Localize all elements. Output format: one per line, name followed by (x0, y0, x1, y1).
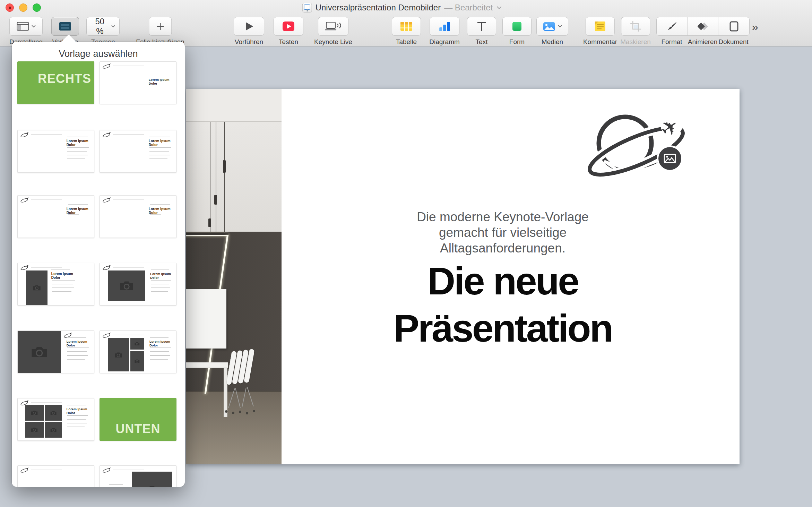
thumb-heading: Lorem Ipsum Dolor (149, 78, 172, 85)
text-label: Text (476, 38, 488, 46)
chart-label: Diagramm (429, 38, 460, 46)
animate-diamond-icon (698, 23, 708, 30)
template-thumb-nur-überschrift-rechts-mittig[interactable]: Lorem Ipsum Dolor (100, 61, 176, 104)
slide-subtitle[interactable]: Die moderne Keynote-Vorlage gemacht für … (312, 209, 693, 256)
template-thumb-überschrift-bullets-2[interactable]: Lorem Ipsum Dolor (100, 130, 176, 173)
mini-logo-icon (102, 333, 111, 338)
shape-button[interactable] (502, 17, 532, 36)
view-layout-icon (16, 22, 29, 31)
chart-icon (439, 21, 450, 32)
document-icon (729, 21, 739, 32)
thumb-heading: Lorem Ipsum Dolor (67, 340, 91, 347)
toolbar-overflow-button[interactable]: » (752, 20, 757, 34)
keynote-app-icon (302, 3, 312, 12)
toolbar-item-vorfuehren: Vorführen (234, 15, 264, 46)
toolbar-item-tabelle: Tabelle (392, 15, 421, 46)
thumb-heading: Lorem Ipsum Dolor (150, 272, 173, 280)
keynote-live-icon (325, 21, 341, 32)
mask-button[interactable] (621, 17, 650, 36)
template-thumb-blank[interactable] (17, 465, 94, 487)
template-thumb-überschrift-bullets-3-bilder[interactable]: Lorem Ipsum Dolor (100, 330, 176, 373)
keynote-live-button[interactable] (318, 17, 348, 36)
rehearse-button[interactable] (274, 17, 303, 36)
template-thumb-blank[interactable] (100, 465, 176, 487)
view-button[interactable] (9, 17, 43, 36)
template-thumb-überschrift-text[interactable]: Lorem Ipsum Dolor (17, 195, 94, 238)
text-button[interactable] (467, 17, 496, 36)
image-placeholder (18, 331, 61, 373)
pendant-light (223, 160, 226, 173)
chevron-down-icon (111, 25, 115, 28)
thumb-heading: Lorem Ipsum Dolor (149, 139, 174, 147)
image-placeholder (45, 405, 62, 421)
shape-label: Form (509, 38, 525, 46)
template-thumb-unten[interactable]: UNTEN (100, 398, 176, 441)
photo-ceiling (186, 89, 282, 121)
travel-logo-image[interactable]: ✈ (584, 110, 695, 183)
play-label: Vorführen (235, 38, 263, 46)
rehearse-icon (282, 21, 295, 32)
keynote-live-label: Keynote Live (314, 38, 352, 46)
image-placeholder (132, 472, 172, 487)
toolbar-item-kommentar: Kommentar (583, 15, 617, 46)
chart-button[interactable] (430, 17, 459, 36)
table-button[interactable] (392, 17, 421, 36)
thumb-heading: Lorem Ipsum Dolor (67, 207, 92, 215)
template-thumb-überschrift-bullets-bild-2[interactable]: Lorem Ipsum Dolor (100, 263, 176, 306)
template-thumb-überschrift-bullets-4-bilder[interactable]: Lorem Ipsum Dolor (17, 398, 94, 441)
format-brush-icon (667, 21, 677, 32)
thumb-heading: Lorem Ipsum Dolor (149, 340, 173, 347)
mini-logo-icon (102, 132, 111, 138)
template-thumb-überschrift-bullets-bild-3[interactable]: Lorem Ipsum Dolor (17, 330, 94, 373)
mini-logo-icon (20, 265, 29, 270)
toolbar-item-keynote-live: Keynote Live (314, 15, 352, 46)
image-placeholder (130, 338, 144, 350)
image-placeholder (45, 422, 62, 438)
thumb-heading: Lorem Ipsum Dolor (51, 272, 77, 280)
template-thumb-überschrift-bullets-bild-1[interactable]: Lorem Ipsum Dolor (17, 263, 94, 306)
close-button[interactable] (6, 3, 14, 12)
fullscreen-button[interactable] (33, 3, 41, 12)
toolbar-item-diagramm: Diagramm (429, 15, 460, 46)
pendant-light (208, 218, 211, 227)
format-button[interactable] (657, 17, 688, 35)
toolbar-item-folie: Folie hinzufügen (136, 15, 184, 46)
traffic-lights (6, 3, 41, 12)
title-chevron-down-icon[interactable] (496, 6, 502, 9)
template-thumb-überschrift-bullets-1[interactable]: Lorem Ipsum Dolor (17, 130, 94, 173)
template-popover: Vorlage auswählen RECHTSLorem Ipsum Dolo… (12, 42, 185, 487)
template-thumb-überschrift-text-2[interactable]: Lorem Ipsum Dolor (100, 195, 176, 238)
zoom-button[interactable]: 50 % (86, 17, 120, 36)
templates-button[interactable] (51, 17, 79, 36)
photo-wall-light (186, 122, 282, 232)
play-button[interactable] (234, 17, 264, 36)
image-placeholder (25, 422, 44, 438)
slide-photo[interactable] (186, 89, 282, 464)
slide-content: ✈ Die moderne Keynote-Vorlage gemacht fü… (282, 89, 740, 464)
slide[interactable]: ✈ Die moderne Keynote-Vorlage gemacht fü… (186, 89, 740, 464)
slide-title[interactable]: Die neue Präsentation (312, 258, 693, 352)
window-chrome: Universalpräsentation Demobilder — Bearb… (0, 0, 812, 46)
chevron-down-icon (558, 25, 562, 28)
image-placeholder (26, 270, 47, 305)
document-edited-status: — Bearbeitet (444, 3, 493, 12)
toolbar-item-zoomen: 50 % Zoomen (86, 15, 120, 46)
document-button[interactable] (718, 17, 749, 35)
minimize-button[interactable] (19, 3, 27, 12)
image-placeholder (108, 270, 145, 301)
media-button[interactable] (536, 17, 568, 36)
inspector-segmented-control (656, 17, 750, 36)
comment-button[interactable] (586, 17, 615, 36)
template-slide-icon (59, 22, 71, 31)
comment-icon (594, 21, 606, 32)
media-badge-icon (657, 145, 683, 172)
template-thumb-rechts[interactable]: RECHTS (17, 61, 94, 104)
document-label: Dokument (718, 38, 749, 46)
animate-button[interactable] (688, 17, 718, 35)
thumb-heading: Lorem Ipsum Dolor (67, 139, 92, 147)
rehearse-label: Testen (279, 38, 298, 46)
add-slide-button[interactable] (149, 17, 172, 36)
play-icon (244, 22, 254, 31)
mini-logo-icon (102, 63, 111, 69)
document-title: Universalpräsentation Demobilder (316, 3, 441, 12)
